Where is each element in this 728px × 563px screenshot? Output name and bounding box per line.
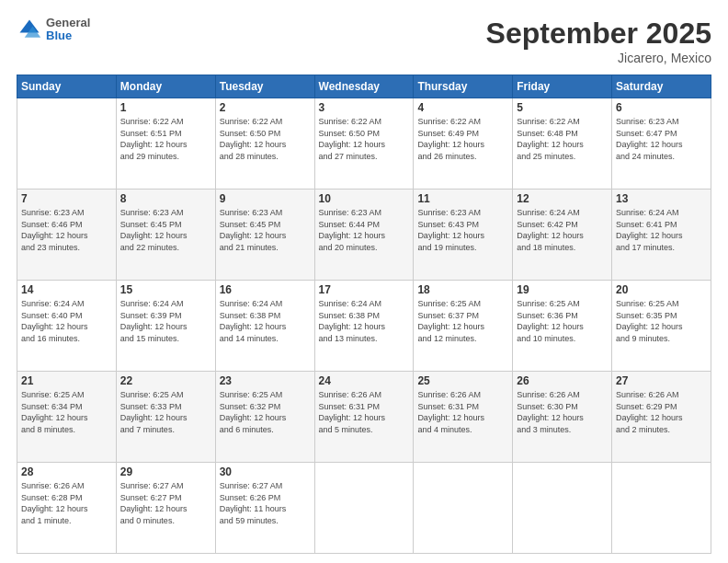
month-title: September 2025 [486, 17, 711, 51]
cell-1-0: 7Sunrise: 6:23 AM Sunset: 6:46 PM Daylig… [17, 190, 117, 281]
day-num-11: 11 [417, 192, 508, 205]
day-num-10: 10 [319, 192, 410, 205]
cell-1-4: 11Sunrise: 6:23 AM Sunset: 6:43 PM Dayli… [414, 190, 513, 281]
cell-2-2: 16Sunrise: 6:24 AM Sunset: 6:38 PM Dayli… [215, 281, 314, 372]
day-num-29: 29 [120, 465, 211, 478]
day-num-14: 14 [21, 283, 112, 296]
day-info-19: Sunrise: 6:25 AM Sunset: 6:36 PM Dayligh… [517, 298, 608, 344]
cell-3-6: 27Sunrise: 6:26 AM Sunset: 6:29 PM Dayli… [612, 372, 711, 463]
day-info-21: Sunrise: 6:25 AM Sunset: 6:34 PM Dayligh… [21, 389, 112, 435]
day-info-27: Sunrise: 6:26 AM Sunset: 6:29 PM Dayligh… [616, 389, 707, 435]
cell-2-1: 15Sunrise: 6:24 AM Sunset: 6:39 PM Dayli… [116, 281, 215, 372]
col-thursday: Thursday [414, 75, 513, 98]
cell-1-2: 9Sunrise: 6:23 AM Sunset: 6:45 PM Daylig… [215, 190, 314, 281]
cell-4-4 [414, 463, 513, 554]
logo-icon [17, 17, 42, 42]
week-row-3: 21Sunrise: 6:25 AM Sunset: 6:34 PM Dayli… [17, 372, 711, 463]
day-num-15: 15 [120, 283, 211, 296]
day-info-14: Sunrise: 6:24 AM Sunset: 6:40 PM Dayligh… [21, 298, 112, 344]
logo-general: General [46, 17, 90, 29]
day-num-6: 6 [616, 101, 707, 114]
week-row-0: 1Sunrise: 6:22 AM Sunset: 6:51 PM Daylig… [17, 98, 711, 190]
day-num-1: 1 [120, 101, 211, 114]
cell-0-3: 3Sunrise: 6:22 AM Sunset: 6:50 PM Daylig… [314, 98, 414, 190]
day-info-18: Sunrise: 6:25 AM Sunset: 6:37 PM Dayligh… [417, 298, 508, 344]
col-sunday: Sunday [17, 75, 117, 98]
day-info-3: Sunrise: 6:22 AM Sunset: 6:50 PM Dayligh… [319, 116, 410, 162]
cell-2-0: 14Sunrise: 6:24 AM Sunset: 6:40 PM Dayli… [17, 281, 117, 372]
header: General Blue September 2025 Jicarero, Me… [17, 17, 711, 65]
day-num-17: 17 [319, 283, 410, 296]
cell-1-6: 13Sunrise: 6:24 AM Sunset: 6:41 PM Dayli… [612, 190, 711, 281]
cell-1-1: 8Sunrise: 6:23 AM Sunset: 6:45 PM Daylig… [116, 190, 215, 281]
day-info-7: Sunrise: 6:23 AM Sunset: 6:46 PM Dayligh… [21, 207, 112, 253]
col-wednesday: Wednesday [314, 75, 414, 98]
day-info-25: Sunrise: 6:26 AM Sunset: 6:31 PM Dayligh… [417, 389, 508, 435]
logo-text: General Blue [46, 17, 90, 43]
cell-4-0: 28Sunrise: 6:26 AM Sunset: 6:28 PM Dayli… [17, 463, 117, 554]
cell-4-5 [513, 463, 612, 554]
calendar-header-row: Sunday Monday Tuesday Wednesday Thursday… [17, 75, 711, 98]
week-row-1: 7Sunrise: 6:23 AM Sunset: 6:46 PM Daylig… [17, 190, 711, 281]
day-num-23: 23 [220, 374, 311, 387]
week-row-2: 14Sunrise: 6:24 AM Sunset: 6:40 PM Dayli… [17, 281, 711, 372]
cell-2-4: 18Sunrise: 6:25 AM Sunset: 6:37 PM Dayli… [414, 281, 513, 372]
cell-3-4: 25Sunrise: 6:26 AM Sunset: 6:31 PM Dayli… [414, 372, 513, 463]
day-num-9: 9 [220, 192, 311, 205]
day-info-10: Sunrise: 6:23 AM Sunset: 6:44 PM Dayligh… [319, 207, 410, 253]
week-row-4: 28Sunrise: 6:26 AM Sunset: 6:28 PM Dayli… [17, 463, 711, 554]
day-info-20: Sunrise: 6:25 AM Sunset: 6:35 PM Dayligh… [616, 298, 707, 344]
day-num-24: 24 [319, 374, 410, 387]
cell-3-3: 24Sunrise: 6:26 AM Sunset: 6:31 PM Dayli… [314, 372, 414, 463]
day-info-24: Sunrise: 6:26 AM Sunset: 6:31 PM Dayligh… [319, 389, 410, 435]
cell-3-1: 22Sunrise: 6:25 AM Sunset: 6:33 PM Dayli… [116, 372, 215, 463]
cell-0-0 [17, 98, 117, 190]
day-info-12: Sunrise: 6:24 AM Sunset: 6:42 PM Dayligh… [517, 207, 608, 253]
cell-3-2: 23Sunrise: 6:25 AM Sunset: 6:32 PM Dayli… [215, 372, 314, 463]
day-info-4: Sunrise: 6:22 AM Sunset: 6:49 PM Dayligh… [417, 116, 508, 162]
day-num-20: 20 [616, 283, 707, 296]
day-info-9: Sunrise: 6:23 AM Sunset: 6:45 PM Dayligh… [220, 207, 311, 253]
day-num-16: 16 [220, 283, 311, 296]
cell-2-5: 19Sunrise: 6:25 AM Sunset: 6:36 PM Dayli… [513, 281, 612, 372]
title-block: September 2025 Jicarero, Mexico [486, 17, 711, 65]
col-tuesday: Tuesday [215, 75, 314, 98]
day-num-2: 2 [220, 101, 311, 114]
day-info-26: Sunrise: 6:26 AM Sunset: 6:30 PM Dayligh… [517, 389, 608, 435]
day-num-18: 18 [417, 283, 508, 296]
day-info-23: Sunrise: 6:25 AM Sunset: 6:32 PM Dayligh… [220, 389, 311, 435]
day-info-16: Sunrise: 6:24 AM Sunset: 6:38 PM Dayligh… [220, 298, 311, 344]
day-num-12: 12 [517, 192, 608, 205]
day-num-27: 27 [616, 374, 707, 387]
day-info-30: Sunrise: 6:27 AM Sunset: 6:26 PM Dayligh… [220, 480, 311, 526]
cell-4-2: 30Sunrise: 6:27 AM Sunset: 6:26 PM Dayli… [215, 463, 314, 554]
cell-4-6 [612, 463, 711, 554]
day-info-8: Sunrise: 6:23 AM Sunset: 6:45 PM Dayligh… [120, 207, 211, 253]
day-num-28: 28 [21, 465, 112, 478]
cell-1-5: 12Sunrise: 6:24 AM Sunset: 6:42 PM Dayli… [513, 190, 612, 281]
logo: General Blue [17, 17, 90, 43]
day-info-11: Sunrise: 6:23 AM Sunset: 6:43 PM Dayligh… [417, 207, 508, 253]
cell-4-1: 29Sunrise: 6:27 AM Sunset: 6:27 PM Dayli… [116, 463, 215, 554]
cell-0-6: 6Sunrise: 6:23 AM Sunset: 6:47 PM Daylig… [612, 98, 711, 190]
day-info-13: Sunrise: 6:24 AM Sunset: 6:41 PM Dayligh… [616, 207, 707, 253]
cell-0-2: 2Sunrise: 6:22 AM Sunset: 6:50 PM Daylig… [215, 98, 314, 190]
day-info-17: Sunrise: 6:24 AM Sunset: 6:38 PM Dayligh… [319, 298, 410, 344]
cell-2-6: 20Sunrise: 6:25 AM Sunset: 6:35 PM Dayli… [612, 281, 711, 372]
day-info-29: Sunrise: 6:27 AM Sunset: 6:27 PM Dayligh… [120, 480, 211, 526]
cell-3-5: 26Sunrise: 6:26 AM Sunset: 6:30 PM Dayli… [513, 372, 612, 463]
cell-1-3: 10Sunrise: 6:23 AM Sunset: 6:44 PM Dayli… [314, 190, 414, 281]
day-num-4: 4 [417, 101, 508, 114]
col-friday: Friday [513, 75, 612, 98]
day-info-15: Sunrise: 6:24 AM Sunset: 6:39 PM Dayligh… [120, 298, 211, 344]
cell-3-0: 21Sunrise: 6:25 AM Sunset: 6:34 PM Dayli… [17, 372, 117, 463]
logo-blue: Blue [46, 29, 90, 42]
day-num-5: 5 [517, 101, 608, 114]
day-num-26: 26 [517, 374, 608, 387]
day-info-6: Sunrise: 6:23 AM Sunset: 6:47 PM Dayligh… [616, 116, 707, 162]
day-num-22: 22 [120, 374, 211, 387]
page: General Blue September 2025 Jicarero, Me… [0, 0, 728, 563]
cell-2-3: 17Sunrise: 6:24 AM Sunset: 6:38 PM Dayli… [314, 281, 414, 372]
day-num-8: 8 [120, 192, 211, 205]
cell-0-1: 1Sunrise: 6:22 AM Sunset: 6:51 PM Daylig… [116, 98, 215, 190]
